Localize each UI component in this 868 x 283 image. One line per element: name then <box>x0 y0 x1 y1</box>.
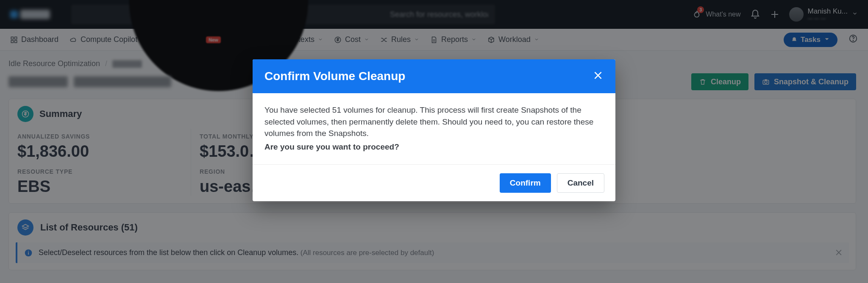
confirm-button[interactable]: Confirm <box>500 173 551 193</box>
modal-title: Confirm Volume Cleanup <box>264 69 405 83</box>
cancel-button[interactable]: Cancel <box>557 173 604 193</box>
modal-close-button[interactable] <box>593 70 604 83</box>
confirm-cleanup-modal: Confirm Volume Cleanup You have selected… <box>253 59 615 201</box>
modal-body-text: You have selected 51 volumes for cleanup… <box>264 105 593 138</box>
modal-header: Confirm Volume Cleanup <box>253 59 615 93</box>
modal-body: You have selected 51 volumes for cleanup… <box>253 93 615 165</box>
modal-confirm-question: Are you sure you want to proceed? <box>264 141 604 153</box>
close-icon <box>593 70 604 81</box>
modal-footer: Confirm Cancel <box>253 165 615 201</box>
modal-overlay: Confirm Volume Cleanup You have selected… <box>0 0 868 283</box>
